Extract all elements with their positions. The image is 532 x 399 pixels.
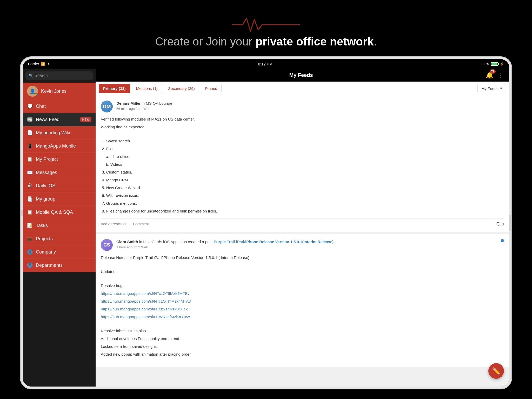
departments-icon: 🌐 [27, 262, 33, 268]
ipad-screen: Carrier 📶 ✦ 8:12 PM 100% ⚡ 🔍 Sea [23, 59, 509, 387]
post-avatar-dennis: DM [101, 101, 113, 112]
bug-link-2[interactable]: https://hub.mangoapps.com/sf/NTczOThfMzk… [101, 298, 504, 304]
list-item-2: 2. Files. [102, 146, 504, 152]
online-indicator [35, 93, 38, 96]
sidebar-item-label-chat: Chat [36, 104, 91, 109]
bug-link-1[interactable]: https://hub.mangoapps.com/sf/NTczOTlfMzk… [101, 290, 504, 297]
new-badge: NEW [80, 117, 91, 122]
avatar: 👤 [27, 86, 38, 97]
post-title-link[interactable]: Purple Trail iPad/iPhone Release Version… [214, 240, 334, 244]
daily-ios-icon: 🏛 [27, 183, 33, 189]
sidebar-item-label-wiki: My pending Wiki [36, 130, 91, 136]
sidebar-item-label-departments: Departments [36, 263, 91, 268]
envelopes-functionality: Additional envelopes Functionality end t… [101, 336, 504, 342]
comment-button-1[interactable]: Comment [133, 222, 149, 227]
post-line-1: Verified following modules of MA11 on US… [101, 116, 504, 122]
post-group-1: in MS QA Lounge [142, 101, 172, 105]
projects-icon: 💼 [27, 236, 33, 242]
post-author-1: Dennis Miller [116, 101, 141, 105]
content-title: My Feeds [289, 72, 313, 78]
post-meta-1: Dennis Miller in MS QA Lounge 56 mins ag… [116, 101, 504, 111]
search-bar[interactable]: 🔍 Search [25, 71, 93, 80]
bug-link-3[interactable]: https://hub.mangoapps.com/sf/NTczNzlfMzk… [101, 306, 504, 312]
sidebar-item-pending-wiki[interactable]: 📄 My pending Wiki [23, 126, 96, 139]
battery-pct: 100% [481, 62, 489, 66]
my-feeds-dropdown[interactable]: My Feeds ▾ [477, 84, 506, 93]
list-item-5: 5. New Create Wizard. [102, 185, 504, 191]
status-time: 8:12 PM [258, 62, 272, 66]
resolve-bugs-label: Resolve bugs [101, 283, 504, 289]
ipad-frame: Carrier 📶 ✦ 8:12 PM 100% ⚡ 🔍 Sea [21, 57, 511, 389]
comment-number: 3 [502, 222, 504, 226]
feed-post-2: CS Clara Smith in LuxeCards iOS Apps has… [96, 234, 509, 367]
post-body-2: Release Notes for Purple Trail iPad/iPho… [101, 255, 504, 357]
sidebar-item-label-tasks: Tasks [36, 223, 91, 228]
list-item-4: 4. Mango CRM. [102, 177, 504, 183]
post-list: 1. Saved search. 2. Files. a. Libre offi… [101, 138, 504, 214]
sidebar-item-mangoapps-mobile[interactable]: 📱 MangoApps Mobile [23, 139, 96, 153]
locked-item: Locked item from saved designs. [101, 343, 504, 350]
post-meta-2: Clara Smith in LuxeCards iOS Apps has cr… [116, 239, 497, 249]
post-header-1: DM Dennis Miller in MS QA Lounge 56 mins… [101, 101, 504, 112]
unread-indicator [501, 239, 504, 242]
reaction-button-1[interactable]: Add a Reaction [101, 222, 126, 227]
sidebar-item-label-company: Company [36, 249, 91, 255]
list-item-7: 7. Groups mentions. [102, 200, 504, 207]
sidebar-item-my-project[interactable]: 📋 My Project [23, 153, 96, 166]
feed-post-1: DM Dennis Miller in MS QA Lounge 56 mins… [96, 95, 509, 232]
search-input[interactable]: Search [35, 73, 48, 78]
list-item-2b: b. Videos [102, 161, 504, 168]
company-icon: 🌐 [27, 249, 33, 255]
chevron-down-icon: ▾ [500, 86, 502, 91]
sidebar-item-messages[interactable]: ✉️ Messages [23, 166, 96, 179]
post-body-1: Verified following modules of MA11 on US… [101, 116, 504, 214]
post-avatar-clara: CS [101, 239, 113, 251]
sidebar-item-departments[interactable]: 🌐 Departments [23, 259, 96, 272]
post-actions-1: Add a Reaction · Comment [101, 222, 149, 227]
comment-icon: 💬 [496, 222, 500, 226]
tab-primary[interactable]: Primary (33) [99, 84, 130, 93]
resolve-fabric: Resolve fabric issues also. [101, 328, 504, 334]
sidebar-item-my-group[interactable]: 📑 My group [23, 192, 96, 206]
tagline: Create or Join your private office netwo… [155, 35, 377, 48]
updates-label: Updates : [101, 269, 504, 275]
sidebar-item-daily-ios[interactable]: 🏛 Daily iOS [23, 179, 96, 192]
sidebar: 🔍 Search 👤 Kevin Jones 💬 Chat [23, 69, 96, 387]
post-line-2: Working fine as expected. [101, 124, 504, 130]
sidebar-item-projects[interactable]: 💼 Projects [23, 232, 96, 245]
carrier-info: Carrier 📶 ✦ [28, 62, 50, 66]
more-options-button[interactable]: ⋮ [498, 71, 504, 79]
heartbeat-logo [232, 14, 300, 35]
sidebar-item-label-newsfeed: News Feed [36, 117, 77, 122]
sidebar-item-news-feed[interactable]: 📰 News Feed NEW [23, 113, 96, 126]
tab-secondary[interactable]: Secondary (39) [164, 84, 199, 93]
carrier-label: Carrier [28, 62, 39, 66]
sidebar-item-label-projects: Projects [36, 236, 91, 242]
sidebar-item-mobile-qa[interactable]: 📋 Mobile QA & SQA [23, 206, 96, 219]
volume-button [21, 210, 23, 216]
post-time-2: 1 hour ago from Web [116, 245, 497, 249]
notification-button[interactable]: 🔔 77 [486, 71, 494, 79]
post-header-2: CS Clara Smith in LuxeCards iOS Apps has… [101, 239, 504, 251]
sidebar-item-tasks[interactable]: 📝 Tasks [23, 219, 96, 232]
sidebar-item-company[interactable]: 🌐 Company [23, 245, 96, 259]
content-panel: My Feeds 🔔 77 ⋮ Primary (33) Mentions (1… [96, 69, 509, 387]
battery-bar [491, 62, 498, 66]
tab-mentions[interactable]: Mentions (1) [132, 84, 162, 93]
tasks-icon: 📝 [27, 223, 33, 228]
news-feed-icon: 📰 [27, 117, 33, 122]
mangoapps-icon: 📱 [27, 143, 33, 149]
sidebar-item-label-mangoapps: MangoApps Mobile [36, 143, 91, 149]
tabs-row: Primary (33) Mentions (1) Secondary (39)… [96, 82, 509, 95]
added-popup: Added new popup with animation after pla… [101, 351, 504, 357]
sidebar-item-label-mobile-qa: Mobile QA & SQA [36, 210, 91, 215]
sidebar-item-chat[interactable]: 💬 Chat [23, 100, 96, 113]
tab-pinned[interactable]: Pinned [201, 84, 222, 93]
compose-button[interactable]: ✏️ [488, 363, 504, 379]
user-profile-row[interactable]: 👤 Kevin Jones [23, 83, 96, 100]
signal-icon: ✦ [47, 62, 50, 66]
bug-link-4[interactable]: https://hub.mangoapps.com/sf/NTczNzhfMzk… [101, 314, 504, 320]
list-item-3: 3. Custom status. [102, 169, 504, 175]
post-author-line-2: Clara Smith in LuxeCards iOS Apps has cr… [116, 239, 497, 244]
battery-info: 100% ⚡ [481, 62, 504, 66]
